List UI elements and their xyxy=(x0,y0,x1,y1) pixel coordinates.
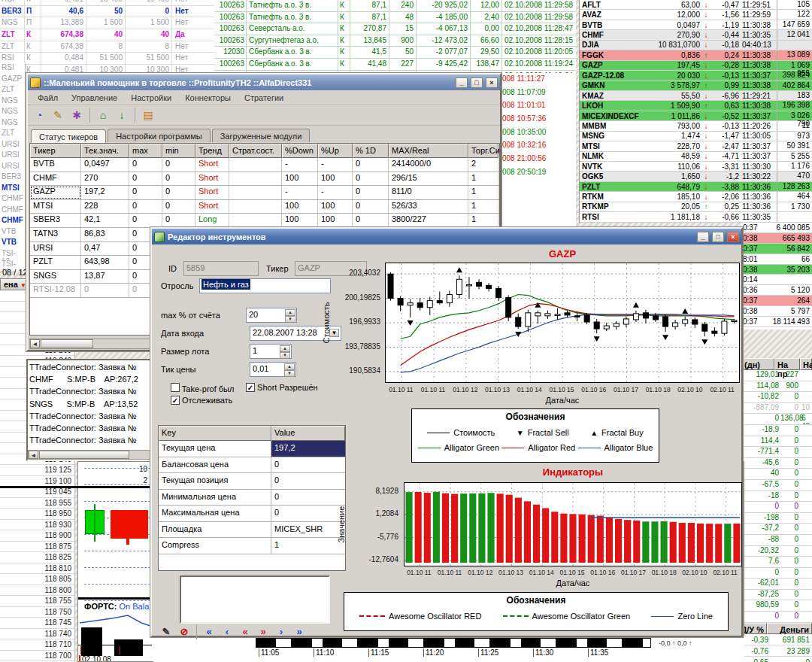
spinner-buttons[interactable]: ▲▼ xyxy=(285,309,295,321)
download-icon[interactable]: ↓ xyxy=(114,107,130,123)
column-header-MAX/Real[interactable]: MAX/Real xyxy=(389,144,468,158)
column-header-Тек.знач.[interactable]: Тек.знач. xyxy=(81,144,129,158)
quote-row[interactable]: 0:3835 203 xyxy=(741,265,812,275)
ladder-price[interactable]: 118 700 xyxy=(0,651,74,662)
quote-row[interactable]: DJIA10 831,0700↓-0,1804:40:13 xyxy=(580,41,812,50)
ladder-price[interactable]: 118 755 xyxy=(0,596,74,607)
rail-ticker[interactable]: URSI xyxy=(0,140,25,151)
table-row[interactable]: 0136,086 48 xyxy=(741,414,812,425)
spinner-buttons[interactable]: ▲▼ xyxy=(280,345,290,357)
column-header-Страт.сост.[interactable]: Страт.сост. xyxy=(229,144,282,158)
takeprof-checkbox[interactable] xyxy=(171,383,180,392)
table-row[interactable]: 114,08900 xyxy=(741,381,812,393)
column-header-%Up[interactable]: %Up xyxy=(318,144,353,158)
edit-icon[interactable]: ✎ xyxy=(50,107,66,123)
table-row[interactable]: 114,40 xyxy=(741,436,812,448)
kv-row[interactable]: Балансовая цена0 xyxy=(159,457,345,474)
id-field[interactable]: 5859 xyxy=(183,261,259,276)
table-row[interactable]: -10,820 xyxy=(741,392,812,403)
table-row[interactable]: 00 xyxy=(741,568,812,579)
ladder-price[interactable]: 118 825 xyxy=(0,552,74,563)
maximize-button[interactable]: □ xyxy=(471,77,483,88)
ladder-price[interactable]: 118 930 xyxy=(0,520,74,531)
maxpct-stepper[interactable]: 20 ▲▼ xyxy=(246,308,297,323)
rail-ticker[interactable]: CHMF xyxy=(0,205,25,217)
menu-item-Управление[interactable]: Управление xyxy=(65,92,124,104)
ladder-price[interactable]: 118 745 xyxy=(0,618,74,629)
column-header-% 1D[interactable]: % 1D xyxy=(353,144,389,158)
dialog-titlebar[interactable]: Редактор инструментов _ □ × xyxy=(152,229,741,244)
ladder-price[interactable]: 118 950 xyxy=(0,509,74,520)
rail-ticker[interactable]: NGS xyxy=(0,107,25,118)
kv-row[interactable]: Compress1 xyxy=(159,538,345,554)
tick-stepper[interactable]: 0,01 ▲▼ xyxy=(250,362,296,377)
rail-ticker[interactable]: URSI xyxy=(0,162,25,173)
column-header-min[interactable]: min xyxy=(162,144,195,158)
column-header-Торг.Сиг[interactable]: Торг.Сиг xyxy=(468,144,498,158)
table-row[interactable]: -1980 xyxy=(741,513,812,524)
prev-icon[interactable]: ‹ xyxy=(219,624,235,639)
table-row[interactable]: -45,60 xyxy=(741,458,812,469)
sector-field[interactable]: Нефть и газ xyxy=(199,278,331,293)
table-row[interactable]: 00 xyxy=(741,502,812,513)
table-row[interactable]: -20,320 xyxy=(741,546,812,557)
first-icon[interactable]: « xyxy=(201,624,217,639)
scroll-thumb[interactable] xyxy=(41,339,93,348)
table-row[interactable]: -37,20 xyxy=(741,524,812,535)
quote-row[interactable]: NVTK110,06↓-3,3111:30:301 176 xyxy=(580,162,812,172)
note-icon[interactable]: ▤ xyxy=(140,107,156,123)
lot-stepper[interactable]: 1 ▲▼ xyxy=(250,344,292,359)
trade-row[interactable]: 100263Сбербанк а.о. 3 в.К41,48227-9 425,… xyxy=(214,59,576,71)
rail-ticker[interactable]: NGS xyxy=(0,118,25,129)
minimize-button[interactable]: _ xyxy=(456,77,468,88)
ticker-row-GAZP[interactable]: GAZP197,200Short--0811/01 xyxy=(30,186,499,200)
rail-ticker[interactable]: CHMF xyxy=(0,194,25,205)
table-row[interactable]: 00 xyxy=(741,612,812,623)
trade-row[interactable]: 12030Сбербанк а.о. 3 в.К41,550-2 077,072… xyxy=(214,47,576,59)
ticker-row-SBER3[interactable]: SBER342,100Long10010003800/2271 xyxy=(30,214,499,228)
kv-row[interactable]: Текущая цена197,2 xyxy=(159,441,345,457)
rail-ticker[interactable]: NGS xyxy=(0,96,25,108)
search-prev-icon[interactable]: « xyxy=(237,624,253,639)
scroll-left-button[interactable]: ◄ xyxy=(30,339,40,348)
rail-ticker[interactable]: MTSI xyxy=(0,184,25,195)
ladder-price[interactable]: 118 800 xyxy=(0,585,74,597)
clock-icon[interactable]: ◔ xyxy=(31,107,47,123)
rail-ticker[interactable]: GAZP xyxy=(0,74,25,86)
rail-ticker[interactable]: URSI xyxy=(0,150,25,162)
main-titlebar[interactable]: ::Маленький помощник в торговле ::Profit… xyxy=(28,74,500,90)
table-row[interactable]: BER3П40,6500Нет xyxy=(0,6,217,18)
table-row[interactable]: -771,40 xyxy=(741,447,812,458)
quote-row[interactable]: PZLT648,79↓-3,8811:30:36128 263 xyxy=(580,182,812,192)
track-checkbox[interactable]: ✓ xyxy=(171,396,180,405)
kv-row[interactable]: Минимальная цена0 xyxy=(159,490,345,506)
rail-ticker[interactable]: CHMF xyxy=(0,216,25,227)
rail-ticker[interactable]: ZLT xyxy=(0,129,25,140)
table-row[interactable]: RSIК0,48451 50051 500Нет xyxy=(0,53,217,65)
spinner-buttons[interactable]: ▲▼ xyxy=(284,363,295,375)
column-header-%Down[interactable]: %Down xyxy=(282,144,318,158)
table-row[interactable]: 400 xyxy=(741,469,812,480)
ladder-price[interactable]: 118 740 xyxy=(0,629,74,640)
quote-row[interactable]: AFLT63,00↓-0,4711:29:51105 xyxy=(580,0,812,10)
rail-ticker[interactable]: ZLT xyxy=(0,85,25,96)
edit-icon[interactable]: ✎ xyxy=(158,624,174,639)
key-header[interactable]: Key xyxy=(159,426,271,441)
quote-row[interactable]: GMKN3 578,97↑0,9911:30:38402 864 xyxy=(580,81,812,91)
quote-row[interactable]: RTKMP20,05↑0,2511:30:361 730 xyxy=(580,202,812,212)
menu-item-Файл[interactable]: Файл xyxy=(31,92,65,104)
quote-row[interactable]: 0:376 400 085 xyxy=(741,223,812,233)
ladder-price[interactable]: 119 045 xyxy=(0,487,74,498)
menu-item-Стратегии[interactable]: Стратегии xyxy=(238,92,290,104)
quote-row[interactable]: CHMF270,90↓-0,4411:30:3512 041 xyxy=(580,30,812,40)
close-button[interactable]: × xyxy=(727,232,739,242)
table-row[interactable]: -180 xyxy=(741,491,812,503)
quote-row[interactable]: 0:3718 114 493 xyxy=(741,317,812,327)
quote-row[interactable]: FGGK0,836↑0,2411:30:3813 089 xyxy=(580,50,812,60)
menu-item-Коннекторы[interactable]: Коннекторы xyxy=(178,92,238,104)
table-row[interactable]: -18,90 xyxy=(741,425,812,436)
table-row[interactable]: 7,60 xyxy=(741,557,812,568)
table-row[interactable]: -87,250 xyxy=(741,590,812,601)
quote-row[interactable]: GAZP197,45↓-0,2811:30:381 069 955 xyxy=(580,61,812,71)
rail-ticker[interactable]: BER3 xyxy=(0,172,25,184)
